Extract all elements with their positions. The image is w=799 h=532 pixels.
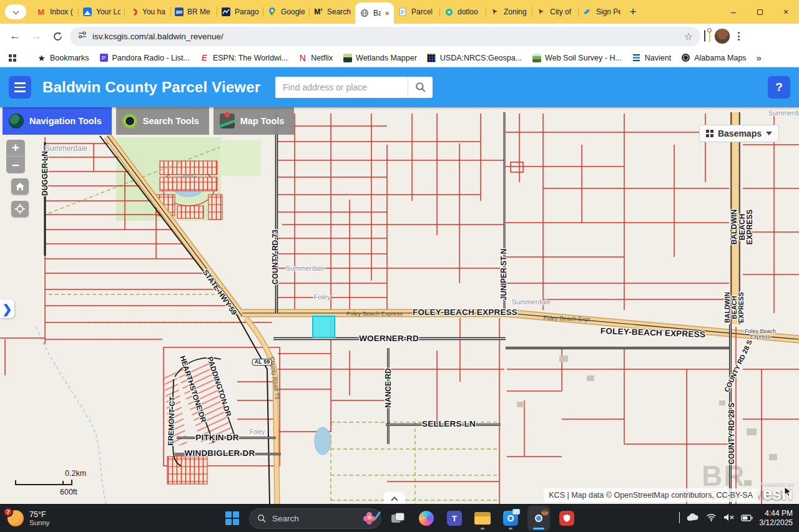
locate-button[interactable]: [11, 201, 29, 217]
espn-icon: E: [200, 53, 209, 62]
cursor-icon: [490, 7, 500, 17]
chevron-down-icon: [766, 132, 772, 135]
window-controls: – ×: [720, 0, 799, 24]
bookmark-soil-survey[interactable]: Web Soil Survey - H...: [532, 53, 622, 62]
zoom-out-button[interactable]: −: [6, 157, 25, 173]
tab-active-baldwin[interactable]: Ba ×: [355, 2, 394, 24]
windows-taskbar: 7 75°FSunny Search T O 4:44: [0, 504, 799, 532]
bookmark-netflix[interactable]: NNetflix: [298, 53, 333, 62]
teams-button[interactable]: T: [443, 506, 466, 531]
taskbar-clock[interactable]: 4:44 PM 3/12/2025: [760, 509, 793, 528]
bottom-panel-toggle[interactable]: [384, 492, 405, 504]
tab-br-me[interactable]: BRBR Me: [171, 1, 217, 22]
address-bar[interactable]: isv.kcsgis.com/al.baldwin_revenue/ ☆: [70, 27, 700, 46]
minimize-button[interactable]: –: [720, 0, 747, 24]
bookmark-bookmarks[interactable]: ★Bookmarks: [37, 53, 89, 62]
tray-expand-icon[interactable]: [679, 513, 680, 524]
profile-avatar[interactable]: [714, 28, 730, 44]
tab-you-ha[interactable]: You ha: [125, 1, 170, 22]
tab-map-tools[interactable]: Map Tools: [213, 107, 295, 135]
hamburger-menu-button[interactable]: [9, 76, 31, 99]
teams-icon: T: [447, 511, 462, 526]
tab-your-lo[interactable]: Your Lo: [79, 1, 124, 22]
swoosh-icon: [129, 7, 138, 16]
search-icon: [257, 514, 267, 523]
extensions-icon[interactable]: [704, 31, 705, 42]
site-info-icon[interactable]: [77, 30, 87, 42]
help-button[interactable]: ?: [768, 76, 790, 99]
battery-icon[interactable]: [741, 513, 753, 524]
task-view-button[interactable]: [387, 506, 409, 531]
basemaps-button[interactable]: Basemaps: [699, 125, 779, 142]
bookmark-pandora[interactable]: PPandora Radio - List...: [99, 53, 190, 62]
clock-time: 4:44 PM: [760, 509, 793, 518]
map-viewport[interactable]: SummerdaleDUGGER LNSTATE HWY 59COUNTY RD…: [0, 107, 799, 504]
copilot-icon: [419, 511, 434, 526]
tab-paragon[interactable]: Parago: [217, 1, 263, 22]
close-window-button[interactable]: ×: [773, 0, 799, 24]
sidebar-expander-button[interactable]: ❯: [0, 299, 14, 318]
volume-muted-icon[interactable]: [723, 513, 734, 524]
new-tab-button[interactable]: +: [624, 3, 642, 21]
page-title: Baldwin County Parcel Viewer: [42, 79, 260, 96]
wifi-icon[interactable]: [706, 513, 717, 524]
taskbar-search[interactable]: Search: [249, 508, 381, 529]
tab-city-of[interactable]: City of: [532, 1, 578, 22]
tab-navigation-tools[interactable]: Navigation Tools: [2, 107, 112, 135]
tab-search-site[interactable]: M’Search: [310, 1, 355, 22]
mountain-icon: [83, 7, 92, 16]
maximize-button[interactable]: [747, 0, 773, 24]
back-button[interactable]: ←: [6, 27, 24, 45]
reload-button[interactable]: [49, 27, 66, 45]
weather-widget[interactable]: 7 75°FSunny: [7, 510, 50, 527]
bookmark-wetlands[interactable]: Wetlands Mapper: [343, 53, 417, 62]
tab-dotloop[interactable]: dotloo: [440, 1, 486, 22]
bookmarks-overflow-icon[interactable]: »: [757, 52, 762, 63]
search-input[interactable]: [275, 77, 408, 98]
tab-zoning[interactable]: Zoning: [486, 1, 532, 22]
bookmark-usda[interactable]: USDA:NRCS:Geospa...: [427, 53, 522, 62]
onedrive-icon[interactable]: [687, 513, 699, 524]
map-scale-bar: 0.2km 600ft: [14, 473, 107, 499]
document-icon: [398, 7, 408, 17]
system-tray: 4:44 PM 3/12/2025: [679, 509, 793, 528]
tab-parcel[interactable]: Parcel: [394, 1, 439, 22]
screen: MInbox ( Your Lo You ha BRBR Me Parago G…: [0, 0, 799, 532]
search-button[interactable]: [408, 77, 433, 98]
file-explorer-button[interactable]: [471, 506, 494, 531]
copilot-button[interactable]: [415, 506, 438, 531]
lens-icon: [122, 114, 137, 128]
task-view-icon: [391, 513, 405, 524]
forward-button[interactable]: →: [27, 27, 45, 45]
bird-icon: [582, 7, 592, 17]
zoom-in-button[interactable]: +: [6, 140, 25, 157]
bookmark-star-icon[interactable]: ☆: [684, 31, 693, 42]
home-button[interactable]: [11, 178, 29, 195]
menu-icon[interactable]: [734, 32, 743, 41]
tab-google[interactable]: Google: [263, 1, 309, 22]
chevron-down-icon: [12, 8, 19, 14]
globe-icon: [9, 114, 24, 128]
map-pin-icon: [267, 7, 277, 17]
tab-search-button[interactable]: [5, 4, 26, 19]
sun-icon: 7: [7, 510, 24, 526]
bookmark-navient[interactable]: Navient: [632, 53, 671, 62]
windows-icon: [225, 511, 239, 525]
weather-condition: Sunny: [29, 519, 50, 527]
chrome-button[interactable]: [527, 506, 550, 531]
m-logo-icon: M’: [313, 7, 323, 17]
bookmarks-bar: ★Bookmarks PPandora Radio - List... EESP…: [0, 49, 799, 67]
notification-badge: 7: [3, 507, 13, 517]
outlook-button[interactable]: O: [499, 506, 522, 531]
security-app-button[interactable]: [556, 506, 578, 531]
tab-search-tools[interactable]: Search Tools: [116, 107, 209, 135]
tab-sign-pe[interactable]: Sign Pe: [579, 1, 624, 22]
close-icon[interactable]: ×: [385, 9, 390, 17]
tab-inbox[interactable]: MInbox (: [32, 1, 78, 22]
bookmark-espn[interactable]: EESPN: The Worldwi...: [200, 53, 288, 62]
url-text[interactable]: isv.kcsgis.com/al.baldwin_revenue/: [92, 32, 679, 41]
map-canvas[interactable]: [0, 107, 799, 504]
bookmark-alabama-maps[interactable]: Alabama Maps: [681, 53, 746, 62]
apps-grid-icon[interactable]: [7, 53, 17, 62]
start-button[interactable]: [221, 506, 243, 531]
